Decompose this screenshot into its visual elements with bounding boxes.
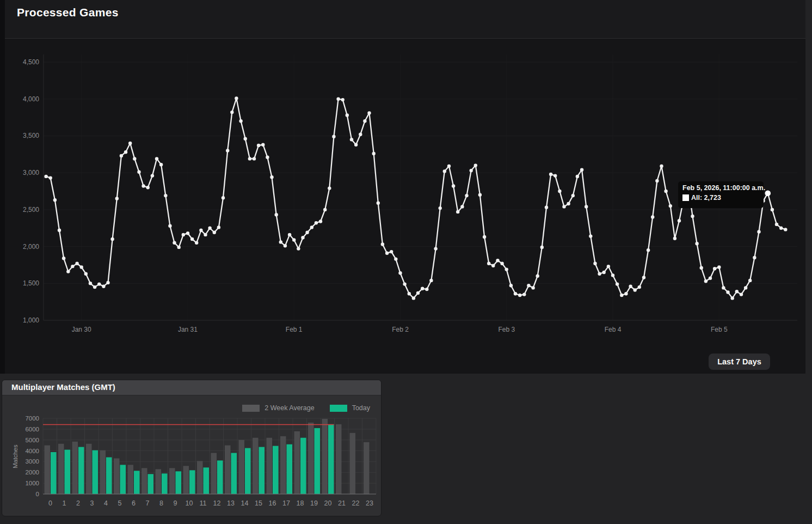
bar-2-week-average (58, 444, 64, 494)
data-point (518, 294, 521, 297)
data-point (217, 226, 220, 229)
bar-today (245, 448, 251, 494)
panel-title: Multiplayer Matches (GMT) (11, 382, 115, 392)
data-point (731, 296, 734, 300)
data-point (239, 119, 242, 123)
data-point (549, 173, 552, 176)
data-point (669, 204, 672, 208)
data-point (301, 236, 304, 239)
bar-today (93, 450, 99, 494)
data-point (478, 193, 482, 197)
data-point (735, 290, 739, 293)
x-axis-tick: 5 (118, 499, 122, 507)
data-point (602, 271, 606, 274)
processed-games-section: Processed Games 1,0001,5002,0002,5003,00… (0, 0, 805, 374)
data-point (580, 168, 583, 172)
data-point (363, 119, 366, 123)
data-point (89, 282, 92, 285)
data-point (367, 111, 371, 114)
data-point (213, 231, 216, 234)
y-axis-tick: 1,500 (23, 279, 39, 287)
bar-2-week-average (253, 438, 259, 494)
data-point (288, 233, 291, 236)
data-point (297, 247, 300, 250)
y-axis-tick: 3000 (25, 458, 39, 465)
data-point (377, 202, 380, 205)
data-point (253, 157, 256, 160)
data-point (545, 206, 548, 209)
data-point (128, 142, 132, 145)
data-point (585, 205, 588, 208)
data-point (500, 262, 503, 265)
bar-2-week-average (294, 431, 300, 494)
data-point (177, 246, 181, 249)
data-point (115, 197, 119, 200)
x-axis-tick: 9 (174, 499, 177, 507)
data-point (496, 259, 499, 262)
data-point (49, 176, 52, 179)
x-axis-tick: 1 (63, 499, 66, 507)
data-point (381, 242, 384, 246)
data-point (633, 288, 637, 291)
data-point (748, 279, 752, 282)
data-point (456, 210, 459, 214)
today-swatch (330, 405, 347, 412)
legend: 2 Week Average Today (227, 404, 370, 412)
data-point (434, 247, 437, 250)
data-point (576, 175, 579, 178)
data-point (607, 265, 610, 268)
data-point (257, 144, 260, 147)
data-point (354, 143, 358, 147)
bar-today (189, 470, 195, 494)
data-point (695, 242, 698, 245)
bar-today (204, 467, 210, 494)
legend-label-average: 2 Week Average (264, 404, 314, 412)
x-axis-tick: 10 (186, 499, 193, 507)
x-axis-tick: 18 (297, 499, 304, 507)
data-point (470, 169, 473, 172)
chart-tooltip: Feb 5, 2026, 11:00:00 a.m. All: 2,723 (678, 181, 764, 208)
data-point (465, 194, 468, 197)
x-axis-tick: 16 (269, 499, 276, 507)
data-point (522, 293, 526, 296)
data-point (651, 215, 654, 218)
data-point (359, 133, 362, 136)
data-point (509, 284, 513, 287)
data-point (248, 157, 251, 160)
data-point (474, 163, 477, 167)
bar-2-week-average (322, 419, 328, 494)
data-point (164, 194, 167, 197)
y-axis-tick: 5000 (25, 437, 39, 443)
last-7-days-button[interactable]: Last 7 Days (709, 354, 770, 370)
bar-chart[interactable]: 0100020003000400050006000700001234567891… (2, 395, 381, 516)
y-axis-label: Matches (12, 444, 19, 468)
bar-2-week-average (280, 436, 286, 494)
data-point (270, 175, 273, 179)
x-axis-tick: Feb 1 (286, 326, 303, 333)
data-point (779, 227, 783, 230)
data-point (744, 286, 747, 289)
data-point (84, 272, 88, 276)
data-point (638, 285, 641, 289)
x-axis-tick: 22 (352, 499, 360, 507)
data-point (536, 275, 539, 278)
data-point (700, 266, 703, 270)
bar-2-week-average (183, 466, 189, 494)
data-point (421, 287, 424, 290)
bar-today (287, 444, 293, 494)
data-point (120, 154, 123, 157)
data-point (691, 215, 694, 218)
data-point (567, 202, 570, 205)
data-point (642, 276, 645, 279)
y-axis-tick: 7000 (25, 415, 39, 422)
data-point (80, 265, 83, 269)
data-point (155, 157, 158, 160)
data-point (204, 233, 207, 236)
y-axis-tick: 0 (36, 491, 39, 497)
x-axis-tick: 3 (90, 499, 94, 507)
data-point (124, 150, 127, 154)
tooltip-value: All: 2,723 (691, 194, 721, 202)
bar-today (65, 450, 71, 494)
bar-2-week-average (169, 468, 175, 494)
bar-2-week-average (142, 468, 147, 494)
